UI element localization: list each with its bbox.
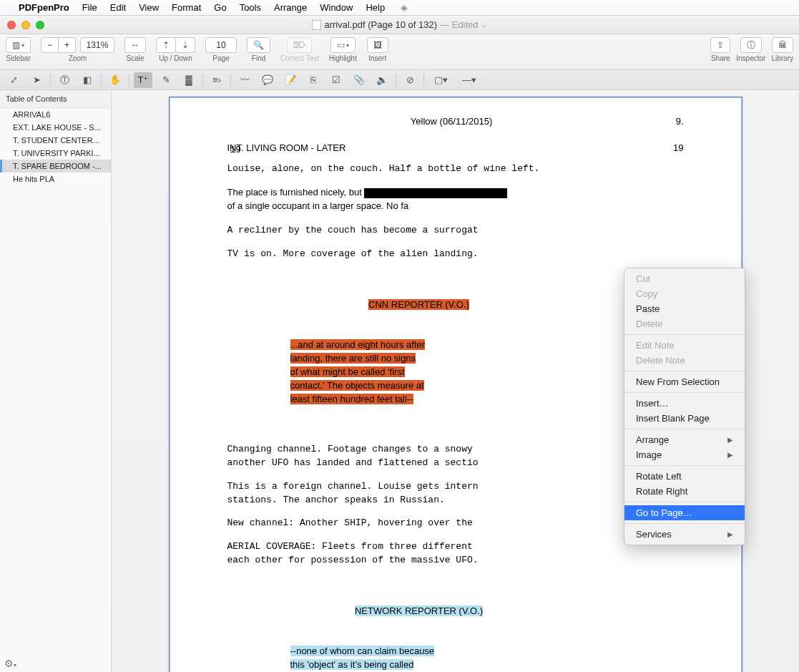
menu-go[interactable]: Go	[214, 2, 226, 13]
freehand-tool[interactable]: 〰	[235, 72, 254, 88]
context-menu-item: Delete Note	[624, 353, 745, 368]
rect-select-tool[interactable]: ◧	[78, 72, 97, 88]
menu-arrange[interactable]: Arrange	[274, 2, 307, 13]
edit-select-tool[interactable]: ➤	[27, 72, 46, 88]
body-text: AERIAL COVERAGE: Fleets from three diffe…	[227, 540, 684, 568]
page-down-icon: ⇣	[182, 40, 189, 50]
page-down-button[interactable]: ⇣	[176, 37, 195, 53]
sidebar-action-menu[interactable]: ⚙︎▾	[4, 658, 16, 669]
updown-label: Up / Down	[159, 54, 192, 62]
context-menu-item[interactable]: Arrange▶	[624, 432, 745, 447]
window-zoom-button[interactable]	[36, 21, 44, 29]
sound-tool[interactable]: 🔈	[373, 72, 391, 88]
context-menu-separator	[624, 334, 745, 335]
context-menu-item[interactable]: Rotate Right	[624, 484, 745, 499]
toc-item[interactable]: ARRIVAL6	[0, 108, 111, 121]
toc-item[interactable]: T. STUDENT CENTER...	[0, 134, 111, 147]
insert-label: Insert	[368, 54, 386, 62]
context-menu-separator	[624, 523, 745, 524]
indent-tool[interactable]: ≡›	[207, 72, 226, 88]
toc-item[interactable]: He hits PLA	[0, 172, 111, 185]
highlight-tool[interactable]: ✎	[157, 72, 175, 88]
body-text: The place is furnished nicely, but of a …	[227, 186, 684, 215]
page-up-button[interactable]: ⇡	[156, 37, 176, 53]
submenu-arrow-icon: ▶	[727, 436, 733, 444]
fit-width-icon: ↔	[131, 40, 139, 50]
stroke-style-picker[interactable]: ―▾	[457, 72, 481, 88]
menu-help[interactable]: Help	[366, 2, 385, 13]
menu-file[interactable]: File	[82, 2, 97, 13]
separator	[129, 74, 129, 87]
info-icon: ⓘ	[747, 39, 755, 52]
no-action-tool[interactable]: ⊘	[401, 72, 419, 88]
context-menu-item[interactable]: Paste	[624, 301, 745, 316]
scene-number-left: 19	[230, 145, 242, 155]
context-menu-item[interactable]: Services▶	[624, 527, 745, 542]
search-icon: 🔍	[253, 40, 264, 50]
toc-item[interactable]: EXT. LAKE HOUSE - S...	[0, 121, 111, 134]
toc-item[interactable]: T. UNIVERSITY PARKI...	[0, 147, 111, 160]
correct-text-button[interactable]: ⌦	[287, 37, 312, 53]
zoom-value-field[interactable]: 131%	[80, 37, 114, 53]
toc-list[interactable]: ARRIVAL6EXT. LAKE HOUSE - S...T. STUDENT…	[0, 108, 111, 185]
context-menu-item[interactable]: Image▶	[624, 447, 745, 462]
submenu-arrow-icon: ▶	[727, 451, 733, 459]
dialog-block: NETWORK REPORTER (V.O.) --none of whom c…	[290, 578, 548, 672]
context-menu-item: Cut	[624, 271, 745, 286]
body-text: A recliner by the couch has become a sur…	[227, 224, 684, 238]
hand-tool[interactable]: ✋	[106, 72, 124, 88]
zoom-out-button[interactable]: −	[41, 37, 59, 53]
text-select-tool[interactable]: Ⓣ	[55, 72, 74, 88]
submenu-arrow-icon: ▶	[727, 530, 733, 538]
separator	[423, 74, 424, 87]
window-titlebar: arrival.pdf (Page 10 of 132) — Edited ⌄	[0, 16, 799, 34]
context-menu[interactable]: CutCopyPasteDeleteEdit NoteDelete NoteNe…	[624, 268, 745, 545]
sidebar-toc: Table of Contents ARRIVAL6EXT. LAKE HOUS…	[0, 90, 112, 672]
menu-edit[interactable]: Edit	[110, 2, 126, 13]
scroll-tool[interactable]: ⤢	[4, 72, 23, 88]
note-tool[interactable]: 📝	[281, 72, 300, 88]
library-button[interactable]: 🏛	[772, 37, 793, 53]
context-menu-item[interactable]: Insert Blank Page	[624, 411, 745, 426]
insert-button[interactable]: 🖼	[367, 37, 388, 53]
context-menu-item[interactable]: Insert…	[624, 396, 745, 411]
sidebar-mode-button[interactable]: ▥▾	[6, 37, 31, 53]
menu-format[interactable]: Format	[172, 2, 201, 13]
separator	[396, 74, 396, 87]
document-view[interactable]: 19 Yellow (06/11/2015) 9. INT. LIVING RO…	[112, 90, 799, 672]
comment-tool[interactable]: 💬	[258, 72, 277, 88]
context-menu-separator	[624, 392, 745, 393]
separator	[202, 74, 203, 87]
context-menu-item[interactable]: New From Selection	[624, 374, 745, 389]
zoom-in-button[interactable]: +	[59, 37, 76, 53]
context-menu-item[interactable]: Go to Page…	[624, 505, 745, 520]
form-checkbox-tool[interactable]: ☑	[327, 72, 345, 88]
highlight-button[interactable]: ▭▾	[330, 37, 356, 53]
scene-heading: INT. LIVING ROOM - LATER	[227, 142, 674, 155]
body-text: Louise, alone, on the couch. Half a bott…	[227, 162, 684, 176]
menu-tools[interactable]: Tools	[240, 2, 261, 13]
siri-icon[interactable]: ◈	[401, 2, 408, 13]
add-text-tool[interactable]: T⁺	[134, 72, 152, 88]
fill-color-picker[interactable]: ▢▾	[428, 72, 453, 88]
app-menu[interactable]: PDFpenPro	[19, 2, 69, 13]
window-close-button[interactable]	[7, 21, 16, 29]
inspector-button[interactable]: ⓘ	[740, 37, 762, 53]
attach-tool[interactable]: 📎	[350, 72, 368, 88]
scale-button[interactable]: ↔	[124, 37, 146, 53]
window-minimize-button[interactable]	[21, 21, 30, 29]
page-number-field[interactable]: 10	[205, 37, 237, 53]
find-button[interactable]: 🔍	[247, 37, 270, 53]
link-tool[interactable]: ⎘	[304, 72, 323, 88]
title-dropdown-icon[interactable]: ⌄	[481, 21, 487, 29]
sidebar-title: Table of Contents	[0, 90, 111, 108]
toc-item[interactable]: T. SPARE BEDROOM -...	[0, 160, 111, 172]
context-menu-item[interactable]: Rotate Left	[624, 469, 745, 484]
context-menu-item: Copy	[624, 286, 745, 301]
menu-window[interactable]: Window	[320, 2, 353, 13]
share-button[interactable]: ⇪	[710, 37, 730, 53]
redact-tool[interactable]: ▓	[180, 72, 198, 88]
document-proxy-icon[interactable]	[312, 20, 321, 30]
menu-view[interactable]: View	[139, 2, 159, 13]
insert-image-icon: 🖼	[373, 40, 382, 50]
